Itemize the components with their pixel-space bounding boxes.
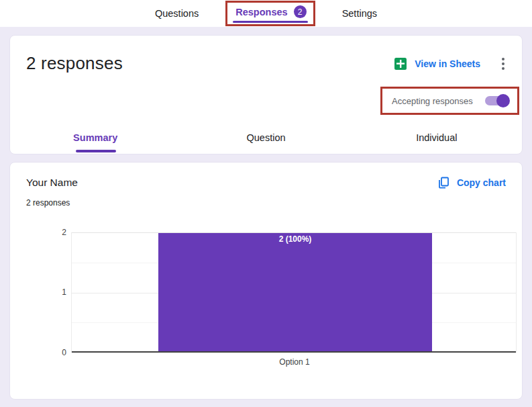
tab-questions[interactable]: Questions (155, 8, 199, 19)
bar-chart-plot-area: 2 (100%) (71, 232, 517, 353)
view-in-sheets-link[interactable]: View in Sheets (415, 58, 480, 69)
annotation-box-accepting-responses: Accepting responses (380, 87, 519, 115)
tab-individual[interactable]: Individual (352, 132, 522, 143)
question-title: Your Name (26, 177, 78, 189)
y-axis-tick-2: 2 (52, 228, 66, 237)
kebab-menu-icon[interactable] (499, 56, 507, 71)
bar-value-label: 2 (100%) (158, 233, 432, 244)
y-axis-tick-0: 0 (52, 348, 66, 357)
toggle-knob (496, 94, 510, 107)
x-axis-category-label: Option 1 (158, 357, 431, 367)
sheets-icon (394, 58, 407, 70)
question-response-count: 2 responses (26, 198, 70, 208)
annotation-box-responses: Responses 2 (225, 1, 315, 26)
accepting-responses-toggle[interactable] (485, 96, 508, 105)
active-tab-underline (233, 21, 307, 23)
copy-chart-label: Copy chart (457, 177, 506, 188)
question-chart-card: Your Name 2 responses Copy chart 2 1 0 2… (9, 162, 523, 400)
tab-responses[interactable]: Responses (235, 7, 287, 17)
tab-settings[interactable]: Settings (342, 8, 377, 19)
tab-question[interactable]: Question (180, 132, 351, 143)
y-axis-tick-1: 1 (52, 287, 66, 297)
bar-option-1: 2 (100%) (158, 233, 432, 353)
summary-tabs: Summary Question Individual (10, 132, 522, 143)
x-axis-baseline (72, 351, 516, 353)
accepting-responses-label: Accepting responses (392, 96, 473, 106)
tab-summary[interactable]: Summary (10, 132, 180, 143)
summary-tab-underline (76, 150, 116, 152)
view-in-sheets-row: View in Sheets (394, 56, 507, 71)
top-nav: Questions Responses 2 Settings (0, 0, 532, 27)
copy-chart-button[interactable]: Copy chart (437, 176, 506, 189)
responses-summary-card: 2 responses View in Sheets Accepting res… (9, 35, 523, 154)
responses-count-badge: 2 (294, 5, 307, 18)
copy-icon (437, 176, 450, 189)
responses-count-title: 2 responses (26, 53, 123, 74)
